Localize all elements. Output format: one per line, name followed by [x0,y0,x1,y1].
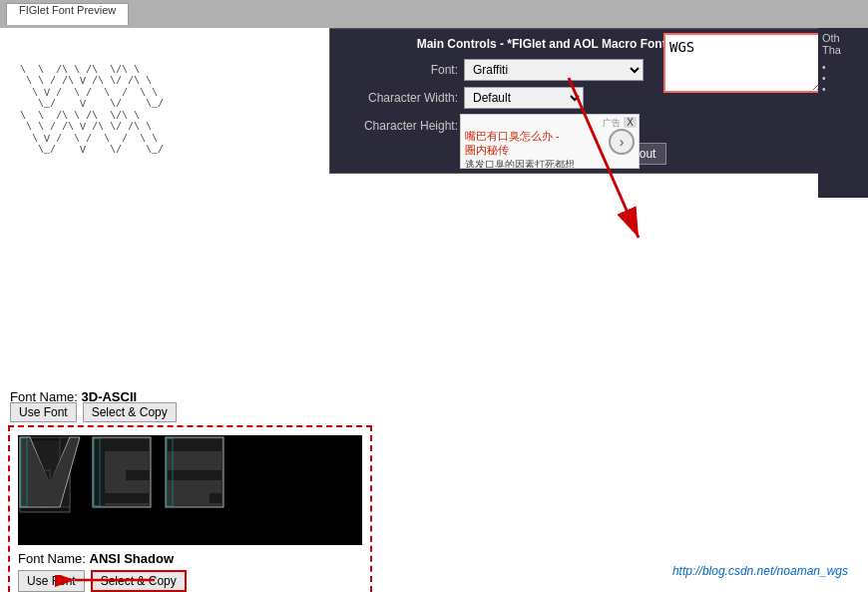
select-copy-button-ansi[interactable]: Select & Copy [91,570,187,592]
watermark: http://blog.csdn.net/noaman_wgs [672,564,848,578]
svg-rect-19 [168,439,221,451]
text-input[interactable]: WGS [663,33,823,93]
main-content: Main Controls - *FIGlet and AOL Macro Fo… [0,28,868,592]
select-copy-button-3d[interactable]: Select & Copy [83,402,177,422]
wgs-block-svg [18,435,257,530]
svg-rect-16 [126,470,150,480]
ansi-shadow-info: Font Name: ANSI Shadow Use Font Select &… [18,551,362,592]
other-title: Oth [822,32,864,44]
font-name-ansi: Font Name: ANSI Shadow [18,551,362,566]
active-tab[interactable]: FIGlet Font Preview [6,3,129,25]
svg-rect-20 [168,470,221,480]
char-width-select[interactable]: Default Fitted Full [464,87,584,109]
char-width-label: Character Width: [338,91,458,105]
svg-rect-21 [210,493,221,503]
ansi-shadow-art-display [18,435,362,545]
use-font-button-ansi[interactable]: Use Font [18,570,85,592]
ad-next-button[interactable]: › [609,129,635,155]
text-input-container: WGS [663,33,823,113]
controls-panel: Main Controls - *FIGlet and AOL Macro Fo… [329,28,828,174]
other-subtitle: Tha [822,44,864,56]
other-panel: Oth Tha • • • [818,28,868,198]
use-font-button-3d[interactable]: Use Font [10,402,77,422]
char-height-label: Character Height: [338,119,458,133]
font-select[interactable]: Graffiti 3D-ASCII ANSI Shadow Banner Blo… [464,59,644,81]
ansi-shadow-section: Font Name: ANSI Shadow Use Font Select &… [8,425,372,592]
ad-banner: 广告 X 嘴巴有口臭怎么办 - 圈内秘传 逃发口臭的因素打死都想 不到！kc.3… [460,114,640,169]
ansi-shadow-buttons: Use Font Select & Copy [18,570,362,592]
browser-chrome: FIGlet Font Preview [0,0,868,28]
ad-close-button[interactable]: X [624,117,637,128]
other-items: • • • [822,62,864,95]
font-label: Font: [338,63,458,77]
buttons-3d-ascii: Use Font Select & Copy [10,402,177,422]
